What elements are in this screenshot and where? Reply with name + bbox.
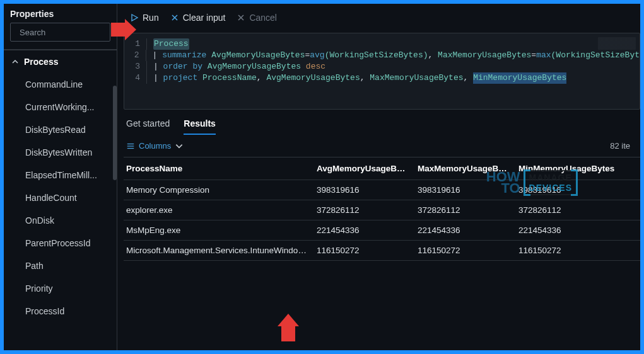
run-button[interactable]: Run (130, 13, 159, 23)
cancel-label: Cancel (249, 13, 277, 23)
chevron-down-icon (175, 142, 184, 151)
table-row[interactable]: MsMpEng.exe 221454336 221454336 22145433… (124, 220, 640, 241)
columns-icon (126, 142, 135, 151)
query-text: Process (153, 38, 189, 50)
columns-label: Columns (139, 141, 171, 151)
query-toolbar: Run Clear input Cancel (117, 4, 640, 29)
chevron-up-icon (11, 58, 19, 66)
table-row[interactable]: Memory Compression 398319616 398319616 3… (124, 180, 640, 200)
tree-scrollbar[interactable] (113, 86, 117, 180)
editor-minimap[interactable] (598, 37, 636, 50)
cell-avg: 372826112 (313, 205, 414, 215)
tree-item-parentprocessid[interactable]: ParentProcessId (4, 232, 117, 254)
property-tree: Process CommandLine CurrentWorking... Di… (4, 50, 117, 350)
tree-item-elapsedtime[interactable]: ElapsedTimeMill... (4, 164, 117, 186)
cell-min: 221454336 (515, 226, 622, 235)
tree-item-handlecount[interactable]: HandleCount (4, 186, 117, 209)
tree-item-commandline[interactable]: CommandLine (4, 73, 117, 96)
tree-item-path[interactable]: Path (4, 254, 117, 277)
results-tabs: Get started Results (117, 110, 640, 135)
tree-item-ondisk[interactable]: OnDisk (4, 209, 117, 232)
panel-title: Properties (10, 9, 110, 19)
cancel-button: Cancel (237, 13, 277, 23)
run-label: Run (143, 13, 159, 23)
table-header-row: ProcessName AvgMemoryUsageByt... MaxMemo… (124, 157, 640, 180)
cell-avg: 221454336 (313, 226, 414, 235)
search-input[interactable] (20, 28, 126, 37)
search-box[interactable] (10, 23, 110, 42)
cell-processname: MsMpEng.exe (124, 226, 313, 235)
cell-min: 398319616 (515, 185, 622, 195)
table-row[interactable]: explorer.exe 372826112 372826112 3728261… (124, 200, 640, 220)
col-minmem[interactable]: MinMemoryUsageBytes (515, 164, 622, 173)
cell-max: 372826112 (414, 205, 515, 215)
row-count: 82 ite (610, 141, 630, 151)
col-maxmem[interactable]: MaxMemoryUsageByt... (414, 164, 515, 173)
cell-processname: Memory Compression (124, 185, 313, 195)
tree-item-currentworking[interactable]: CurrentWorking... (4, 96, 117, 118)
close-icon (237, 13, 245, 22)
cell-min: 116150272 (515, 246, 622, 255)
tree-item-diskbyteswritten[interactable]: DiskBytesWritten (4, 141, 117, 164)
cell-avg: 116150272 (313, 246, 414, 255)
col-avgmem[interactable]: AvgMemoryUsageByt... (313, 164, 414, 173)
results-table: ProcessName AvgMemoryUsageByt... MaxMemo… (124, 157, 640, 261)
tab-get-started[interactable]: Get started (126, 118, 170, 135)
tree-item-diskbytesread[interactable]: DiskBytesRead (4, 118, 117, 141)
tree-item-priority[interactable]: Priority (4, 277, 117, 300)
col-processname[interactable]: ProcessName (124, 164, 313, 173)
columns-button[interactable]: Columns (126, 141, 184, 151)
cell-max: 116150272 (414, 246, 515, 255)
query-editor[interactable]: 1Process 2| summarize AvgMemoryUsageByte… (124, 33, 640, 110)
cell-avg: 398319616 (313, 185, 414, 195)
play-icon (130, 13, 139, 22)
cell-max: 398319616 (414, 185, 515, 195)
table-row[interactable]: Microsoft.Management.Services.IntuneWind… (124, 241, 640, 261)
properties-panel: Properties Process CommandLine CurrentWo… (4, 4, 117, 350)
clear-label: Clear input (183, 13, 226, 23)
tree-group-process[interactable]: Process (4, 50, 117, 73)
cell-max: 221454336 (414, 226, 515, 235)
tree-item-processid[interactable]: ProcessId (4, 300, 117, 323)
svg-marker-2 (132, 14, 138, 21)
clear-input-button[interactable]: Clear input (170, 13, 226, 23)
tree-group-label: Process (24, 57, 58, 67)
cell-min: 372826112 (515, 205, 622, 215)
cell-processname: explorer.exe (124, 205, 313, 215)
tab-results[interactable]: Results (184, 118, 216, 135)
close-icon (170, 13, 179, 22)
main-pane: Run Clear input Cancel 1Process 2| summa… (117, 4, 640, 350)
cell-processname: Microsoft.Management.Services.IntuneWind… (124, 246, 313, 255)
